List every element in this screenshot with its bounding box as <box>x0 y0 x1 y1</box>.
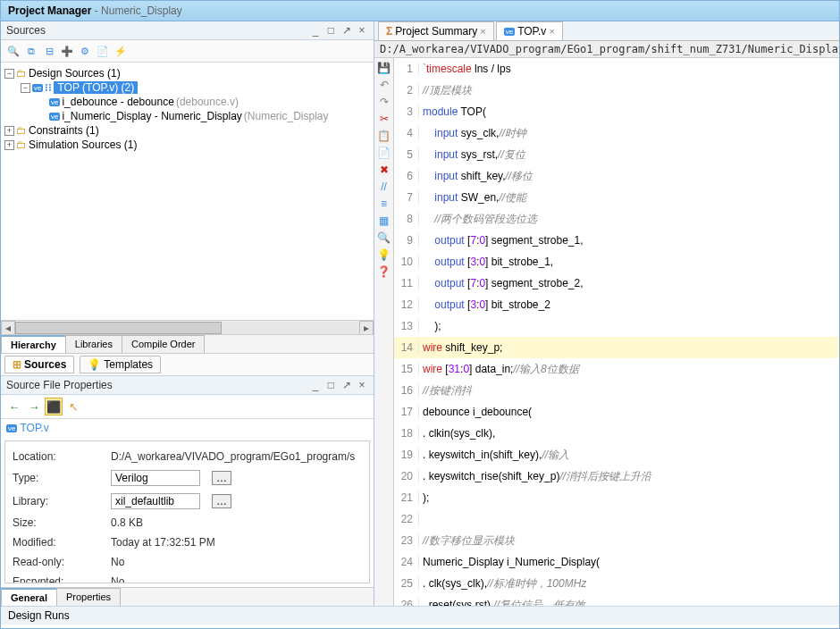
toggle-icon[interactable]: − <box>21 83 30 93</box>
minimize-icon[interactable]: _ <box>309 24 322 37</box>
design-runs-panel[interactable]: Design Runs <box>1 606 839 625</box>
comment-icon[interactable]: // <box>376 179 392 195</box>
code-line[interactable]: 4 input sys_clk,//时钟 <box>394 122 839 144</box>
code-line[interactable]: 16//按键消抖 <box>394 380 839 401</box>
file-icon[interactable]: 📄 <box>95 43 111 59</box>
code-line[interactable]: 22 <box>394 508 839 530</box>
browse-button[interactable]: … <box>212 471 231 485</box>
tab-general[interactable]: General <box>1 588 57 606</box>
title-bar: Project Manager - Numeric_Display <box>1 1 839 21</box>
code-line[interactable]: 26 reset(sys rst) //复位信号，低有效 <box>394 594 839 606</box>
code-line[interactable]: 19. keyswitch_in(shift_key),//输入 <box>394 444 839 465</box>
code-line[interactable]: 7 input SW_en,//使能 <box>394 187 839 208</box>
type-input[interactable] <box>111 470 200 486</box>
code-line[interactable]: 23//数字移位显示模块 <box>394 530 839 551</box>
tab-hierarchy[interactable]: Hierarchy <box>1 335 66 353</box>
props-title: Source File Properties <box>6 379 113 391</box>
indent-icon[interactable]: ≡ <box>376 196 392 212</box>
back-icon[interactable]: ← <box>5 398 23 415</box>
maximize-icon[interactable]: □ <box>324 379 337 391</box>
restore-icon[interactable]: ↗ <box>340 379 353 391</box>
code-line[interactable]: 24Numeric_Display i_Numeric_Display( <box>394 551 839 573</box>
toggle-icon[interactable]: + <box>4 126 14 136</box>
code-editor[interactable]: 1`timescale lns / lps2//顶层模块3module TOP(… <box>394 58 839 606</box>
code-line[interactable]: 17debounce i_debounce( <box>394 401 839 423</box>
tab-compile-order[interactable]: Compile Order <box>122 335 206 353</box>
close-icon[interactable]: × <box>356 379 368 391</box>
expand-icon[interactable]: ⧉ <box>23 43 39 59</box>
settings-icon[interactable]: ⚡ <box>113 43 129 59</box>
undo-icon[interactable]: ↶ <box>376 77 392 93</box>
close-tab-icon[interactable]: × <box>549 26 554 37</box>
code-line[interactable]: 8 //两个数码管段选位选 <box>394 208 839 230</box>
toggle-icon[interactable]: − <box>4 69 14 79</box>
delete-icon[interactable]: ✖ <box>376 162 392 178</box>
search-icon[interactable]: 🔍 <box>5 43 21 59</box>
code-line[interactable]: 18. clkin(sys_clk), <box>394 423 839 444</box>
title-main: Project Manager <box>8 4 91 17</box>
code-line[interactable]: 9 output [7:0] segment_strobe_1, <box>394 230 839 251</box>
code-line[interactable]: 21); <box>394 487 839 508</box>
tree-sim-sources[interactable]: + 🗀 Simulation Sources (1) <box>3 138 372 152</box>
code-line[interactable]: 6 input shift_key,//移位 <box>394 165 839 187</box>
prop-type: Type: … <box>13 466 362 490</box>
code-line[interactable]: 1`timescale lns / lps <box>394 58 839 80</box>
tab-libraries[interactable]: Libraries <box>65 335 122 353</box>
save-icon[interactable]: 💾 <box>376 60 392 76</box>
code-line[interactable]: 10 output [3:0] bit_strobe_1, <box>394 251 839 273</box>
collapse-icon[interactable]: ⊟ <box>41 43 57 59</box>
code-line[interactable]: 3module TOP( <box>394 101 839 122</box>
help-icon[interactable]: ❓ <box>376 264 392 280</box>
code-line[interactable]: 15wire [31:0] data_in;//输入8位数据 <box>394 358 839 380</box>
folder-icon: 🗀 <box>16 124 27 137</box>
close-tab-icon[interactable]: × <box>480 26 485 37</box>
tree-top[interactable]: − ve ⁝⁝ TOP (TOP.v) (2) <box>3 80 372 95</box>
tree-constraints[interactable]: + 🗀 Constraints (1) <box>3 123 372 138</box>
props-nav: ← → ⬛ ↖ <box>1 395 374 419</box>
tab-project-summary[interactable]: Σ Project Summary × <box>378 21 494 40</box>
code-line[interactable]: 20. keyswitch_rise(shift_key_p)//消抖后按键上升… <box>394 465 839 487</box>
h-scrollbar[interactable]: ◂ ▸ <box>1 320 374 334</box>
code-line[interactable]: 13 ); <box>394 315 839 337</box>
close-icon[interactable]: × <box>356 24 368 37</box>
scroll-right-icon[interactable]: ▸ <box>359 321 374 335</box>
scroll-thumb[interactable] <box>15 322 222 334</box>
code-line[interactable]: 5 input sys_rst,//复位 <box>394 144 839 165</box>
cut-icon[interactable]: ✂ <box>376 111 392 127</box>
find-icon[interactable]: 🔍 <box>376 230 392 246</box>
wizard-icon[interactable]: ⚙ <box>77 43 93 59</box>
chip-icon[interactable]: ▦ <box>376 213 392 229</box>
code-line[interactable]: 2//顶层模块 <box>394 80 839 101</box>
maximize-icon[interactable]: □ <box>324 24 337 37</box>
library-input[interactable] <box>111 493 200 509</box>
code-line[interactable]: 14wire shift_key_p; <box>394 337 839 358</box>
restore-icon[interactable]: ↗ <box>340 24 353 37</box>
tree-numeric-display[interactable]: ve i_Numeric_Display - Numeric_Display (… <box>3 109 372 123</box>
minimize-icon[interactable]: _ <box>309 379 322 391</box>
code-line[interactable]: 25. clk(sys_clk),//标准时钟，100MHz <box>394 573 839 594</box>
code-line[interactable]: 11 output [7:0] segment_strobe_2, <box>394 273 839 294</box>
toggle-icon[interactable]: + <box>4 140 14 150</box>
redo-icon[interactable]: ↷ <box>376 94 392 110</box>
paste-icon[interactable]: 📄 <box>376 145 392 161</box>
btab-templates[interactable]: 💡 Templates <box>80 356 161 373</box>
scroll-left-icon[interactable]: ◂ <box>1 321 15 335</box>
tree-debounce[interactable]: ve i_debounce - debounce (debounce.v) <box>3 95 372 109</box>
tab-properties[interactable]: Properties <box>56 588 121 606</box>
browse-button[interactable]: … <box>212 494 231 508</box>
forward-icon[interactable]: → <box>25 398 43 415</box>
copy-icon[interactable]: 📋 <box>376 128 392 144</box>
tab-top-v[interactable]: ve TOP.v × <box>496 21 563 40</box>
cursor-icon[interactable]: ↖ <box>64 398 82 415</box>
add-icon[interactable]: ➕ <box>59 43 75 59</box>
bulb-icon[interactable]: 💡 <box>376 247 392 263</box>
tree-design-sources[interactable]: − 🗀 Design Sources (1) <box>3 66 372 80</box>
btab-sources[interactable]: ⊞ Sources <box>4 356 74 373</box>
sigma-icon: Σ <box>386 25 392 38</box>
sources-header: Sources _ □ ↗ × <box>1 21 374 40</box>
sources-view-tabs: Hierarchy Libraries Compile Order <box>1 334 374 353</box>
code-line[interactable]: 12 output [3:0] bit_strobe_2 <box>394 294 839 315</box>
highlight-icon[interactable]: ⬛ <box>45 398 63 415</box>
editor-tabs: Σ Project Summary × ve TOP.v × <box>374 21 839 41</box>
hierarchy-icon: ⊞ <box>13 358 21 371</box>
